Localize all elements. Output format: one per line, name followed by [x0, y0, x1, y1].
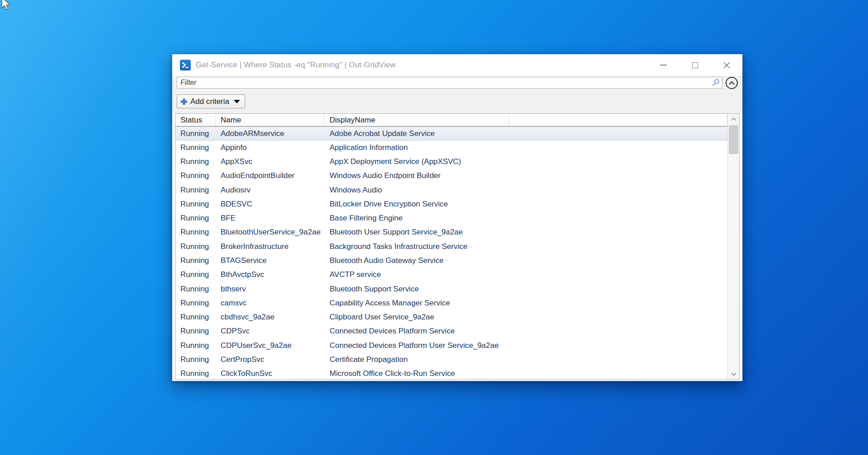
- cell-name: Audiosrv: [216, 183, 325, 197]
- cell-displayname: Adobe Acrobat Update Service: [325, 127, 509, 140]
- chevron-up-icon: [729, 81, 735, 85]
- column-header-displayname[interactable]: DisplayName: [325, 114, 509, 126]
- table-row[interactable]: RunningAdobeARMserviceAdobe Acrobat Upda…: [175, 127, 727, 141]
- cell-displayname: Connected Devices Platform Service: [325, 324, 509, 338]
- cell-empty: [509, 239, 727, 253]
- cell-status: Running: [175, 197, 216, 211]
- cell-status: Running: [175, 324, 216, 338]
- cell-name: AudioEndpointBuilder: [216, 169, 325, 183]
- table-row[interactable]: RunningBTAGServiceBluetooth Audio Gatewa…: [175, 253, 727, 267]
- cell-name: BTAGService: [216, 253, 325, 267]
- cell-empty: [509, 225, 727, 239]
- table-row[interactable]: RunningClickToRunSvcMicrosoft Office Cli…: [175, 367, 727, 379]
- cell-displayname: Application Information: [325, 141, 509, 155]
- vertical-scrollbar[interactable]: [727, 114, 739, 379]
- cell-empty: [509, 282, 727, 296]
- cell-status: Running: [175, 282, 216, 296]
- table-row[interactable]: Runningcbdhsvc_9a2aeClipboard User Servi…: [175, 310, 727, 324]
- table-row[interactable]: RunningBDESVCBitLocker Drive Encryption …: [175, 197, 727, 211]
- cell-displayname: Windows Audio Endpoint Builder: [325, 169, 509, 183]
- cell-status: Running: [175, 367, 216, 379]
- table-row[interactable]: RunningBFEBase Filtering Engine: [175, 211, 727, 225]
- cell-displayname: Bluetooth Audio Gateway Service: [325, 253, 509, 267]
- scroll-down-button[interactable]: [728, 369, 739, 379]
- column-header-label: DisplayName: [330, 116, 375, 125]
- cell-empty: [509, 324, 727, 338]
- cell-status: Running: [175, 338, 216, 352]
- cell-status: Running: [175, 239, 216, 253]
- cell-empty: [509, 127, 727, 140]
- table-row[interactable]: RunningAudioEndpointBuilderWindows Audio…: [175, 169, 727, 183]
- cell-name: bthserv: [216, 282, 325, 296]
- cell-status: Running: [175, 253, 216, 267]
- cell-status: Running: [175, 141, 216, 155]
- table-row[interactable]: RunningBrokerInfrastructureBackground Ta…: [175, 239, 727, 253]
- out-gridview-window: Get-Service | Where Status -eq "Running"…: [172, 54, 743, 381]
- grid-inner: Status Name DisplayName RunningAdobeARMs…: [175, 114, 727, 379]
- grid: Status Name DisplayName RunningAdobeARMs…: [175, 113, 740, 380]
- cell-name: CDPSvc: [216, 324, 325, 338]
- cell-name: cbdhsvc_9a2ae: [216, 310, 325, 324]
- window-title: Get-Service | Where Status -eq "Running"…: [196, 61, 647, 70]
- cell-displayname: Background Tasks Infrastructure Service: [325, 239, 509, 253]
- minimize-button[interactable]: [647, 54, 679, 76]
- filter-row: [177, 77, 738, 89]
- grid-rows: RunningAdobeARMserviceAdobe Acrobat Upda…: [175, 127, 727, 379]
- maximize-icon: [692, 62, 698, 68]
- cell-displayname: AppX Deployment Service (AppXSVC): [325, 155, 509, 169]
- chevron-down-icon: [731, 372, 736, 376]
- cell-displayname: Clipboard User Service_9a2ae: [325, 310, 509, 324]
- cell-status: Running: [175, 296, 216, 310]
- powershell-icon: [180, 60, 191, 70]
- cell-displayname: Base Filtering Engine: [325, 211, 509, 225]
- cell-name: camsvc: [216, 296, 325, 310]
- cell-empty: [509, 183, 727, 197]
- column-header-label: Name: [221, 116, 241, 125]
- cell-status: Running: [175, 211, 216, 225]
- cell-name: BrokerInfrastructure: [216, 239, 325, 253]
- filter-input[interactable]: [177, 77, 722, 89]
- cell-name: BthAvctpSvc: [216, 268, 325, 282]
- maximize-button[interactable]: [679, 54, 711, 76]
- cell-name: AppXSvc: [216, 155, 325, 169]
- scrollbar-thumb[interactable]: [729, 125, 738, 154]
- table-row[interactable]: RunningAudiosrvWindows Audio: [175, 183, 727, 197]
- cell-displayname: Connected Devices Platform User Service_…: [325, 338, 509, 352]
- cell-name: AdobeARMservice: [216, 127, 325, 140]
- collapse-criteria-button[interactable]: [726, 77, 738, 89]
- cell-name: CertPropSvc: [216, 352, 325, 366]
- cell-displayname: BitLocker Drive Encryption Service: [325, 197, 509, 211]
- cell-name: ClickToRunSvc: [216, 367, 325, 379]
- cell-empty: [509, 296, 727, 310]
- cell-displayname: Windows Audio: [325, 183, 509, 197]
- add-criteria-button[interactable]: Add criteria: [177, 94, 245, 108]
- plus-icon: [181, 99, 187, 105]
- scroll-up-button[interactable]: [728, 114, 739, 124]
- cell-name: BFE: [216, 211, 325, 225]
- cell-empty: [509, 310, 727, 324]
- table-row[interactable]: RunningbthservBluetooth Support Service: [175, 282, 727, 296]
- table-row[interactable]: RunningBluetoothUserService_9a2aeBluetoo…: [175, 225, 727, 239]
- table-row[interactable]: RunningAppinfoApplication Information: [175, 141, 727, 155]
- cell-empty: [509, 352, 727, 366]
- cell-name: BluetoothUserService_9a2ae: [216, 225, 325, 239]
- column-header-name[interactable]: Name: [216, 114, 325, 126]
- table-row[interactable]: RunningBthAvctpSvcAVCTP service: [175, 268, 727, 282]
- query-bar: Add criteria: [172, 76, 742, 113]
- cell-name: CDPUserSvc_9a2ae: [216, 338, 325, 352]
- table-row[interactable]: RunningAppXSvcAppX Deployment Service (A…: [175, 155, 727, 169]
- cell-status: Running: [175, 127, 216, 140]
- cell-empty: [509, 169, 727, 183]
- table-row[interactable]: RunningCDPSvcConnected Devices Platform …: [175, 324, 727, 338]
- window-controls: [647, 54, 742, 76]
- cell-displayname: Bluetooth User Support Service_9a2ae: [325, 225, 509, 239]
- table-row[interactable]: RunningcamsvcCapability Access Manager S…: [175, 296, 727, 310]
- close-button[interactable]: [711, 54, 742, 76]
- table-row[interactable]: RunningCDPUserSvc_9a2aeConnected Devices…: [175, 338, 727, 352]
- table-row[interactable]: RunningCertPropSvcCertificate Propagatio…: [175, 352, 727, 366]
- cell-name: Appinfo: [216, 141, 325, 155]
- cell-name: BDESVC: [216, 197, 325, 211]
- cell-empty: [509, 155, 727, 169]
- column-header-status[interactable]: Status: [175, 114, 216, 126]
- filter-input-wrap: [177, 77, 722, 89]
